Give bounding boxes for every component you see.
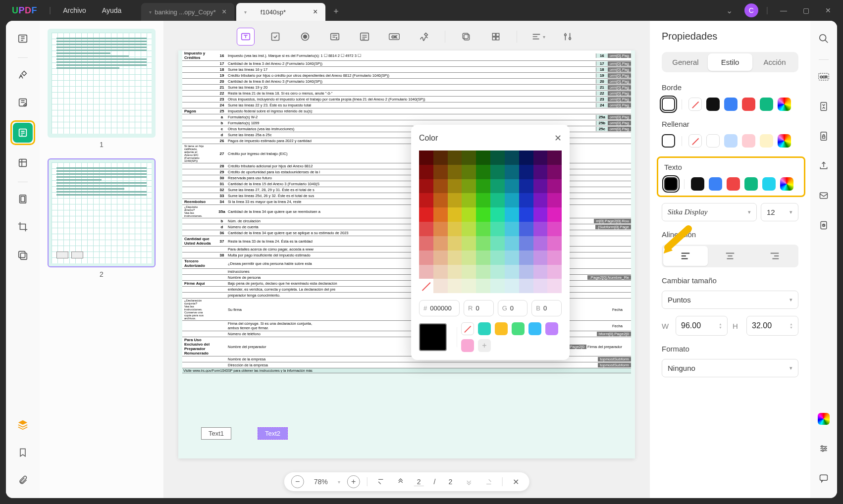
- tab-label: f1040sp*: [261, 8, 286, 16]
- app-logo: UPDF: [12, 5, 37, 16]
- tab-label: banking ...opy_Copy*: [155, 8, 216, 16]
- menu-help[interactable]: Ayuda: [102, 6, 121, 14]
- tab-overflow-icon[interactable]: ⌄: [726, 6, 733, 15]
- tab-close-icon[interactable]: ×: [216, 7, 226, 16]
- close-button[interactable]: ✕: [817, 2, 839, 18]
- tab-f1040sp[interactable]: ▾ f1040sp* ×: [236, 3, 325, 21]
- titlebar: UPDF | Archivo Ayuda ▾ banking ...opy_Co…: [0, 0, 843, 21]
- maximize-button[interactable]: ▢: [795, 2, 817, 18]
- tab-banking[interactable]: ▾ banking ...opy_Copy* ×: [141, 3, 234, 21]
- user-avatar[interactable]: C: [744, 3, 758, 17]
- tab-bar: ▾ banking ...opy_Copy* × ▾ f1040sp* × +: [141, 0, 718, 21]
- minimize-button[interactable]: —: [772, 2, 795, 18]
- menu-file[interactable]: Archivo: [63, 6, 86, 14]
- tab-close-icon[interactable]: ×: [307, 7, 317, 16]
- tab-add-button[interactable]: +: [327, 2, 345, 21]
